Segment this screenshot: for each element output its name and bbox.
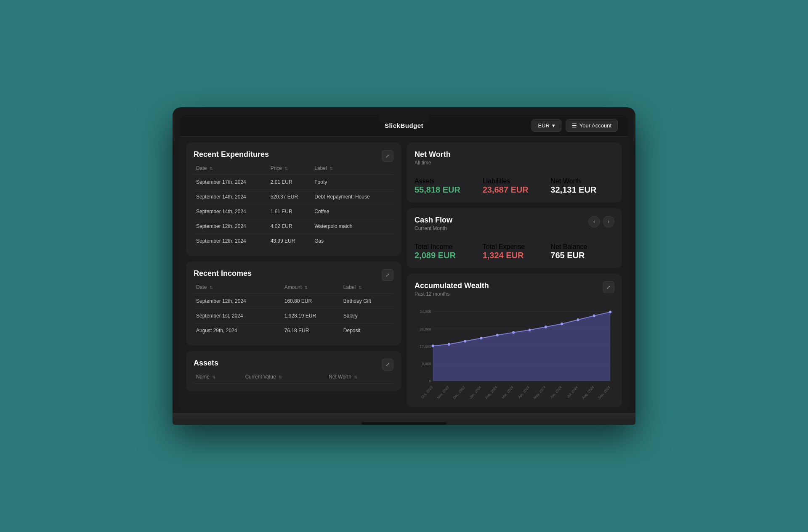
exp-date: September 12th, 2024: [194, 234, 268, 249]
right-column: Net Worth All time Assets 55,818 EUR Lia…: [407, 143, 622, 407]
cash-flow-title: Cash Flow: [415, 216, 452, 225]
exp-price: 520.37 EUR: [268, 190, 312, 204]
chart-svg: 09,00017,00026,00034,000Oct, 2023Nov, 20…: [415, 307, 614, 400]
expenditures-table: Date ⇅ Price ⇅ Label ⇅ September 17th, 2…: [194, 162, 393, 248]
card-header: Recent Expenditures ⤢: [194, 150, 393, 162]
sort-icon: ⇅: [284, 166, 288, 171]
svg-point-12: [464, 340, 466, 343]
assets-card: Assets ⤢ Name ⇅ Current Value ⇅ Net Wort…: [186, 351, 401, 391]
inc-col-date: Date ⇅: [194, 281, 282, 294]
exp-label: Gas: [312, 234, 393, 249]
expand-assets-button[interactable]: ⤢: [382, 359, 393, 371]
assets-table: Name ⇅ Current Value ⇅ Net Worth ⇅: [194, 371, 393, 384]
assets-title: Assets: [194, 359, 218, 368]
svg-text:Apr, 2024: Apr, 2024: [517, 385, 530, 399]
net-worth-title: Net Worth: [415, 150, 451, 159]
svg-point-17: [545, 326, 547, 328]
cash-flow-header: Cash Flow Current Month: [415, 216, 452, 237]
expand-expenditures-button[interactable]: ⤢: [382, 150, 393, 162]
table-row: September 14th, 2024 1.61 EUR Coffee: [194, 204, 393, 219]
svg-point-10: [432, 344, 434, 347]
liabilities-value: 23,687 EUR: [483, 185, 547, 195]
expense-value: 1,324 EUR: [483, 251, 547, 260]
svg-text:Oct, 2023: Oct, 2023: [420, 385, 433, 400]
exp-label: Debt Repayment: House: [312, 190, 393, 204]
svg-text:Sep, 2024: Sep, 2024: [597, 385, 611, 400]
liabilities-label: Liabilities: [483, 177, 510, 185]
sort-icon: ⇅: [330, 166, 333, 171]
table-row: September 12th, 2024 4.02 EUR Waterpolo …: [194, 219, 393, 234]
card-title-area: Recent Expenditures: [194, 150, 269, 160]
svg-text:Feb, 2024: Feb, 2024: [484, 385, 498, 400]
account-button[interactable]: ☰ Your Account: [566, 119, 618, 132]
svg-text:17,000: 17,000: [420, 344, 431, 349]
card-header: Recent Incomes ⤢: [194, 269, 393, 281]
card-header: Assets ⤢: [194, 359, 393, 371]
card-header: Cash Flow Current Month ‹ ›: [415, 216, 614, 237]
exp-date: September 14th, 2024: [194, 204, 268, 219]
inc-date: August 29th, 2024: [194, 323, 282, 338]
income-value: 2,089 EUR: [415, 251, 478, 260]
next-month-button[interactable]: ›: [603, 216, 614, 228]
svg-text:9,000: 9,000: [422, 361, 431, 366]
accumulated-wealth-card: Accumulated Wealth Past 12 months ⤢ 09,0…: [407, 274, 622, 407]
ast-col-worth: Net Worth ⇅: [326, 371, 393, 384]
card-header: Net Worth All time: [415, 150, 614, 172]
svg-point-13: [480, 337, 483, 340]
svg-text:34,000: 34,000: [420, 309, 431, 314]
cash-flow-navigation: ‹ ›: [588, 216, 614, 228]
svg-text:Nov, 2023: Nov, 2023: [436, 385, 449, 400]
wealth-title: Accumulated Wealth: [415, 281, 489, 290]
assets-label: Assets: [415, 177, 435, 185]
table-row: August 29th, 2024 76.18 EUR Deposit: [194, 323, 393, 338]
inc-date: September 1st, 2024: [194, 309, 282, 323]
net-worth-card: Net Worth All time Assets 55,818 EUR Lia…: [407, 143, 622, 202]
table-row: September 14th, 2024 520.37 EUR Debt Rep…: [194, 190, 393, 204]
income-item: Total Income 2,089 EUR: [415, 243, 478, 260]
assets-item: Assets 55,818 EUR: [415, 177, 478, 195]
exp-label: Waterpolo match: [312, 219, 393, 234]
svg-point-20: [593, 314, 595, 317]
exp-price: 4.02 EUR: [268, 219, 312, 234]
incomes-table: Date ⇅ Amount ⇅ Label ⇅ September 12th, …: [194, 281, 393, 338]
currency-label: EUR: [538, 122, 549, 129]
exp-date: September 14th, 2024: [194, 190, 268, 204]
svg-text:Dec, 2023: Dec, 2023: [452, 385, 465, 400]
inc-label: Deposit: [341, 323, 393, 338]
currency-dropdown[interactable]: EUR ▾: [532, 119, 561, 132]
liabilities-item: Liabilities 23,687 EUR: [483, 177, 547, 195]
exp-col-date: Date ⇅: [194, 162, 268, 175]
svg-text:26,000: 26,000: [420, 326, 431, 331]
prev-month-button[interactable]: ‹: [588, 216, 600, 228]
net-worth-item: Net Worth 32,131 EUR: [550, 177, 614, 195]
inc-col-amount: Amount ⇅: [282, 281, 341, 294]
cash-flow-subtitle: Current Month: [415, 225, 452, 231]
expense-item: Total Expense 1,324 EUR: [483, 243, 547, 260]
exp-col-label: Label ⇅: [312, 162, 393, 175]
net-worth-header: Net Worth All time: [415, 150, 451, 172]
balance-item: Net Balance 765 EUR: [550, 243, 614, 260]
svg-text:Mar, 2024: Mar, 2024: [501, 385, 514, 400]
expand-wealth-button[interactable]: ⤢: [603, 281, 614, 293]
account-label: Your Account: [579, 122, 611, 129]
expand-incomes-button[interactable]: ⤢: [382, 269, 393, 281]
svg-text:May, 2024: May, 2024: [533, 385, 547, 400]
wealth-chart: 09,00017,00026,00034,000Oct, 2023Nov, 20…: [415, 307, 614, 400]
expense-label: Total Expense: [483, 243, 525, 250]
sort-icon: ⇅: [279, 375, 282, 379]
svg-text:Jun, 2024: Jun, 2024: [549, 385, 562, 400]
ast-col-value: Current Value ⇅: [242, 371, 326, 384]
chevron-down-icon: ▾: [552, 122, 555, 129]
inc-label: Birthday Gift: [341, 294, 393, 309]
inc-amount: 76.18 EUR: [282, 323, 341, 338]
sort-icon: ⇅: [304, 285, 308, 290]
cash-flow-card: Cash Flow Current Month ‹ › Total Income: [407, 208, 622, 268]
wealth-header: Accumulated Wealth Past 12 months: [415, 281, 489, 303]
sort-icon: ⇅: [210, 285, 213, 290]
balance-label: Net Balance: [550, 243, 587, 250]
exp-col-price: Price ⇅: [268, 162, 312, 175]
svg-text:Jul, 2024: Jul, 2024: [566, 385, 579, 399]
balance-value: 765 EUR: [550, 251, 614, 260]
net-worth-value: 32,131 EUR: [550, 185, 614, 195]
incomes-title: Recent Incomes: [194, 269, 252, 278]
